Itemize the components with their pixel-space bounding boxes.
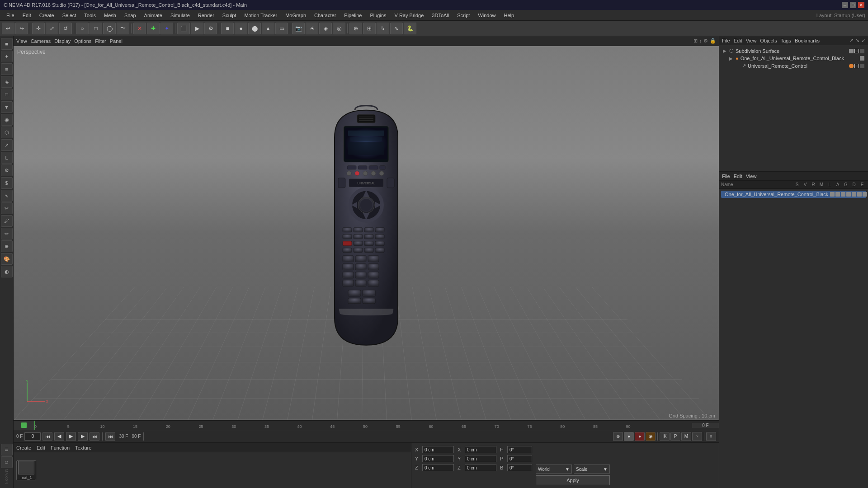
move-tool-button[interactable]: ✛ [32,23,45,34]
menu-tools[interactable]: Tools [80,12,99,19]
prev-frame-button[interactable]: ◀ [54,432,64,441]
plane-button[interactable]: ▭ [275,23,288,34]
redo-button[interactable]: ↪ [15,23,28,34]
vp-menu-filter[interactable]: Filter [95,38,106,44]
sidebar-btn-11[interactable]: ⚙ [1,164,13,176]
sidebar-btn-12[interactable]: $ [1,177,13,189]
menu-sculpt[interactable]: Sculpt [219,12,240,19]
menu-animate[interactable]: Animate [141,12,166,19]
obj-view-menu[interactable]: View [746,174,757,179]
menu-plugins[interactable]: Plugins [366,12,390,19]
python-button[interactable]: 🐍 [404,23,416,34]
obj-dot-5[interactable] [852,192,856,197]
spline-button[interactable]: ∿ [390,23,403,34]
ik-button[interactable]: IK [660,432,670,441]
menu-pipeline[interactable]: Pipeline [340,12,365,19]
mat-menu-function[interactable]: Function [51,445,70,450]
camera-button[interactable]: 📷 [292,23,305,34]
add-keyframe-button[interactable]: ⊕ [613,432,623,441]
sidebar-btn-bottom[interactable]: ☺ [1,456,13,468]
minimize-button[interactable]: ─ [842,2,848,8]
render-button[interactable]: ▶ [191,23,203,34]
coord-system-dropdown[interactable]: World ▼ [536,465,572,474]
tree-dot-3[interactable] [860,49,864,53]
rotate-tool-button[interactable]: ↺ [59,23,72,34]
sidebar-btn-13[interactable]: ∿ [1,190,13,202]
scale-tool-button[interactable]: ⤢ [46,23,58,34]
scene-bookmarks-menu[interactable]: Bookmarks [795,38,820,43]
menu-render[interactable]: Render [194,12,218,19]
timeline-ruler[interactable]: 0 5 10 15 20 25 30 35 40 45 50 55 60 65 … [14,420,719,430]
y-axis-button[interactable]: ✚ [147,23,160,34]
vp-icon-lock[interactable]: 🔒 [710,38,716,44]
menu-mograph[interactable]: MoGraph [282,12,310,19]
vp-menu-display[interactable]: Display [54,38,71,44]
boole-button[interactable]: ⊕ [349,23,362,34]
tree-dot-6[interactable] [854,64,859,68]
cube-button[interactable]: ■ [221,23,234,34]
x-axis-button[interactable]: ✕ [133,23,146,34]
sidebar-btn-7[interactable]: ◉ [1,114,13,126]
record-button[interactable]: ⏮ [105,432,115,441]
free-selection-button[interactable]: 〜 [117,23,129,34]
circle-selection-button[interactable]: ◯ [103,23,116,34]
apply-button[interactable]: Apply [536,475,610,485]
menu-simulate[interactable]: Simulate [167,12,193,19]
vp-icon-maximize[interactable]: ⊞ [693,38,698,44]
scene-edit-menu[interactable]: Edit [734,38,742,43]
sidebar-btn-4[interactable]: ◈ [1,76,13,88]
sidebar-btn-2[interactable]: ✦ [1,51,13,62]
light-button[interactable]: ☀ [306,23,318,34]
record-active-button[interactable]: ● [624,432,634,441]
menu-edit[interactable]: Edit [19,12,35,19]
vp-menu-panel[interactable]: Panel [110,38,123,44]
record-all-button[interactable]: ● [635,432,645,441]
curve-button[interactable]: ~ [692,432,702,441]
sidebar-btn-16[interactable]: ✏ [1,228,13,239]
vp-icon-up[interactable]: ↑ [699,38,702,44]
pos-y-input[interactable] [422,455,454,462]
material-button[interactable]: ◈ [319,23,332,34]
tree-item-remote[interactable]: ↗ Universal_Remote_Control [721,62,866,70]
menu-select[interactable]: Select [59,12,80,19]
menu-character[interactable]: Character [311,12,340,19]
tree-dot-1[interactable] [849,49,854,53]
current-frame-input[interactable] [24,432,41,441]
close-button[interactable]: ✕ [858,2,864,8]
menu-snap[interactable]: Snap [121,12,140,19]
goto-start-button[interactable]: ⏮ [42,432,52,441]
scene-tags-menu[interactable]: Tags [781,38,791,43]
rot-z-input[interactable] [465,464,496,471]
cone-button[interactable]: ▲ [262,23,274,34]
sidebar-btn-8[interactable]: ⬡ [1,127,13,138]
rh-icon-3[interactable]: ↙ [861,38,865,43]
pos-z-input[interactable] [422,464,454,471]
sidebar-btn-19[interactable]: ◐ [1,266,13,277]
tree-item-oneforall[interactable]: ▶ ● One_for_All_Universal_Remote_Control… [721,55,866,62]
scale-mode-dropdown[interactable]: Scale ▼ [574,465,610,474]
menu-motion-tracker[interactable]: Motion Tracker [241,12,281,19]
viewport-canvas[interactable]: Perspective [14,46,719,420]
sidebar-btn-5[interactable]: □ [1,89,13,100]
obj-item-main[interactable]: One_for_All_Universal_Remote_Control_Bla… [721,191,866,198]
menu-script[interactable]: Script [453,12,473,19]
menu-window[interactable]: Window [474,12,499,19]
vp-menu-view[interactable]: View [16,38,27,44]
tree-dot-7[interactable] [860,64,864,68]
next-frame-button[interactable]: ▶ [78,432,88,441]
menu-vray[interactable]: V-Ray Bridge [391,12,428,19]
tree-dot-4[interactable] [860,56,864,61]
tree-dot-5[interactable] [849,64,854,68]
menu-file[interactable]: File [3,12,18,19]
timeline-track[interactable]: 0 5 10 15 20 25 30 35 40 45 50 55 60 65 … [34,421,692,430]
maximize-button[interactable]: □ [850,2,856,8]
play-button[interactable]: ▶ [66,432,76,441]
pos-x-input[interactable] [422,446,454,453]
undo-button[interactable]: ↩ [2,23,14,34]
render-settings-button[interactable]: ⚙ [204,23,217,34]
mat-menu-create[interactable]: Create [16,445,31,450]
tree-dot-2[interactable] [854,49,859,53]
sidebar-btn-layers[interactable]: ≣ [1,444,13,455]
sidebar-btn-14[interactable]: ✂ [1,202,13,214]
sidebar-btn-1[interactable]: ■ [1,38,13,50]
